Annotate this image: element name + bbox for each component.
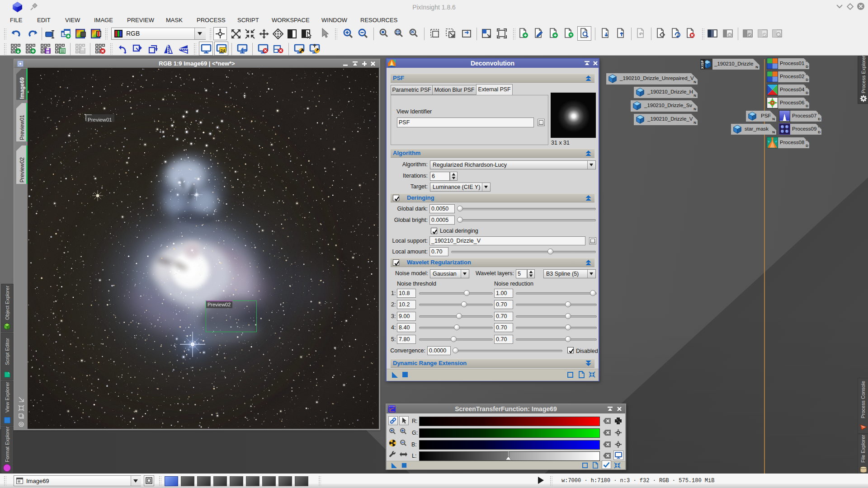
svg-text:24: 24 — [221, 48, 226, 53]
svg-text:Preview01: Preview01 — [88, 117, 112, 122]
svg-text:Preview02: Preview02 — [208, 302, 231, 307]
